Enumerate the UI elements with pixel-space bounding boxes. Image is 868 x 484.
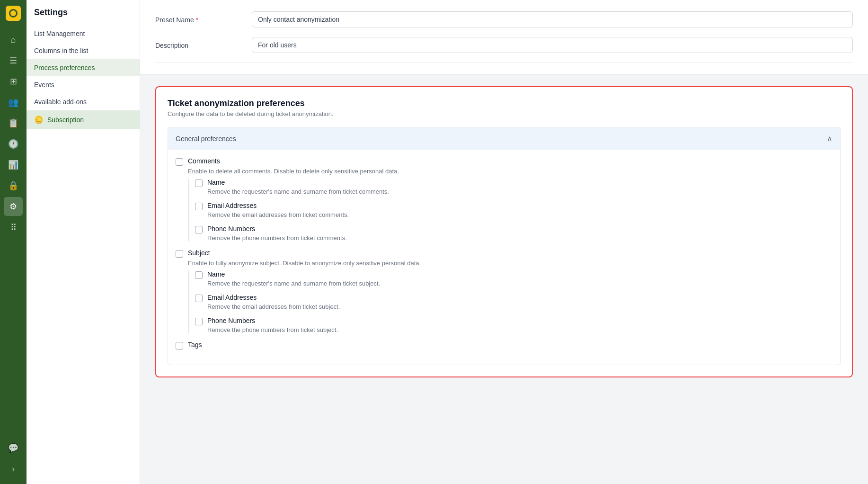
subject-phone-item: Phone Numbers Remove the phone numbers f… <box>195 317 833 333</box>
comments-phone-label: Phone Numbers <box>207 225 255 233</box>
comments-phone-item: Phone Numbers Remove the phone numbers f… <box>195 225 833 242</box>
subject-label: Subject <box>188 249 210 257</box>
subject-email-checkbox[interactable] <box>195 295 203 302</box>
sidebar-item-addons[interactable]: Available add-ons <box>27 93 140 110</box>
comments-checkbox[interactable] <box>176 158 183 166</box>
apps-icon[interactable]: ⠿ <box>4 218 23 237</box>
subject-email-desc: Remove the email addresses from ticket s… <box>207 303 833 310</box>
menu-icon[interactable]: ☰ <box>4 51 23 70</box>
subject-email-label: Email Addresses <box>207 294 257 301</box>
sidebar-item-process-preferences[interactable]: Process preferences <box>27 59 140 76</box>
sidebar-item-columns[interactable]: Columns in the list <box>27 42 140 59</box>
sidebar-label: Events <box>34 81 54 89</box>
sidebar-item-subscription[interactable]: 🪙 Subscription <box>27 110 140 129</box>
comments-email-checkbox[interactable] <box>195 203 203 210</box>
pref-item-subject: Subject Enable to fully anonymize subjec… <box>176 249 833 333</box>
comments-name-desc: Remove the requester's name and surname … <box>207 188 833 195</box>
subject-name-checkbox[interactable] <box>195 271 203 279</box>
accordion-label: General preferences <box>176 135 236 143</box>
clock-icon[interactable]: 🕐 <box>4 134 23 153</box>
app-logo <box>6 6 21 21</box>
subject-phone-checkbox[interactable] <box>195 318 203 325</box>
accordion-body: Comments Enable to delete all comments. … <box>168 150 840 365</box>
subject-checkbox[interactable] <box>176 250 183 258</box>
chart-icon[interactable]: 📊 <box>4 155 23 174</box>
comments-desc: Enable to delete all comments. Disable t… <box>188 168 833 175</box>
expand-icon[interactable]: › <box>4 459 23 478</box>
sidebar: Settings List Management Columns in the … <box>27 0 140 484</box>
preset-name-row: Preset Name * <box>155 11 853 27</box>
main-content: Preset Name * Description Ticket anonymi… <box>140 0 868 484</box>
subject-phone-label: Phone Numbers <box>207 317 255 324</box>
comments-email-desc: Remove the email addresses from ticket c… <box>207 211 833 218</box>
subject-email-item: Email Addresses Remove the email address… <box>195 294 833 310</box>
subject-phone-desc: Remove the phone numbers from ticket sub… <box>207 326 833 333</box>
subject-name-label: Name <box>207 270 225 278</box>
comments-email-label: Email Addresses <box>207 202 257 209</box>
preset-name-label: Preset Name * <box>155 11 240 24</box>
chevron-up-icon: ∧ <box>827 134 833 143</box>
accordion-header[interactable]: General preferences ∧ <box>168 127 840 150</box>
comments-email-item: Email Addresses Remove the email address… <box>195 202 833 218</box>
pref-comments-row: Comments <box>176 157 833 166</box>
pref-item-comments: Comments Enable to delete all comments. … <box>176 157 833 242</box>
clipboard-icon[interactable]: 📋 <box>4 114 23 133</box>
sidebar-item-events[interactable]: Events <box>27 76 140 93</box>
prefs-title: Ticket anonymization preferences <box>168 99 841 108</box>
pref-subject-row: Subject <box>176 249 833 258</box>
preset-name-input[interactable] <box>252 11 853 27</box>
sidebar-label: Process preferences <box>34 64 95 72</box>
tags-label: Tags <box>188 341 202 349</box>
subject-name-item: Name Remove the requester's name and sur… <box>195 270 833 287</box>
description-input[interactable] <box>252 37 853 53</box>
tags-checkbox[interactable] <box>176 342 183 350</box>
description-label: Description <box>155 37 240 49</box>
required-marker: * <box>196 16 198 24</box>
sidebar-title: Settings <box>27 8 140 25</box>
pref-item-tags: Tags <box>176 341 833 350</box>
sidebar-label: List Management <box>34 30 85 37</box>
nav-bar: ⌂ ☰ ⊞ 👥 📋 🕐 📊 🔒 ⚙ ⠿ 💬 › <box>0 0 27 484</box>
subject-desc: Enable to fully anonymize subject. Disab… <box>188 260 833 267</box>
form-section: Preset Name * Description <box>140 0 868 75</box>
section-divider <box>155 63 853 63</box>
sidebar-label: Subscription <box>47 116 84 124</box>
sidebar-label: Available add-ons <box>34 98 87 106</box>
sidebar-item-list-management[interactable]: List Management <box>27 25 140 42</box>
description-row: Description <box>155 37 853 53</box>
comments-name-label: Name <box>207 179 225 186</box>
subject-sub-items: Name Remove the requester's name and sur… <box>188 270 833 333</box>
comments-name-item: Name Remove the requester's name and sur… <box>195 179 833 195</box>
chat-icon[interactable]: 💬 <box>4 439 23 457</box>
sidebar-label: Columns in the list <box>34 47 88 54</box>
comments-name-checkbox[interactable] <box>195 179 203 187</box>
comments-phone-desc: Remove the phone numbers from ticket com… <box>207 234 833 242</box>
users-icon[interactable]: 👥 <box>4 93 23 112</box>
lock-icon[interactable]: 🔒 <box>4 176 23 195</box>
settings-icon[interactable]: ⚙ <box>4 197 23 216</box>
home-icon[interactable]: ⌂ <box>4 30 23 49</box>
ticket-prefs-section: Ticket anonymization preferences Configu… <box>155 86 853 377</box>
comments-sub-items: Name Remove the requester's name and sur… <box>188 179 833 242</box>
prefs-subtitle: Configure the data to be deleted during … <box>168 110 841 117</box>
comments-label: Comments <box>188 157 220 165</box>
subject-name-desc: Remove the requester's name and surname … <box>207 280 833 287</box>
general-preferences-accordion: General preferences ∧ Comments Enable to… <box>168 127 841 365</box>
grid-icon[interactable]: ⊞ <box>4 72 23 91</box>
credit-card-icon: 🪙 <box>34 115 44 124</box>
comments-phone-checkbox[interactable] <box>195 226 203 233</box>
logo-icon <box>9 9 18 18</box>
